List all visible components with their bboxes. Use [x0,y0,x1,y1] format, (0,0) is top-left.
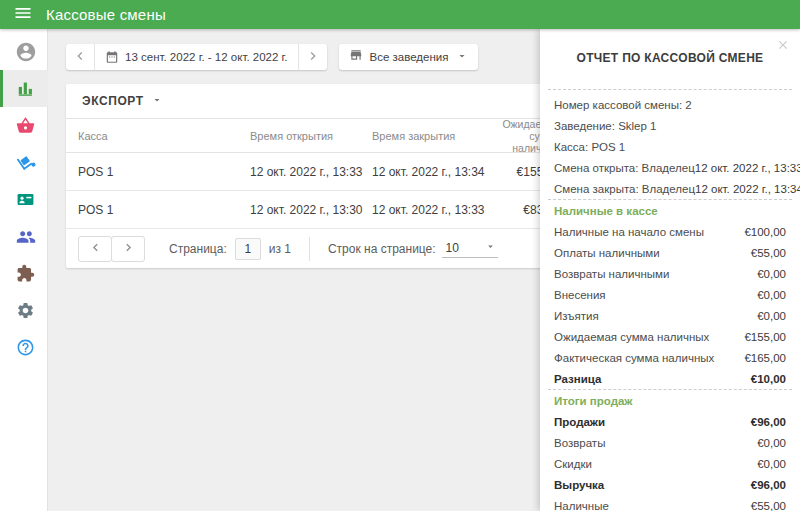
app-bar: Кассовые смены [0,0,800,29]
sidebar-item-inventory[interactable] [0,144,48,181]
report-section-cash: Наличные в кассе Наличные на начало смен… [554,200,786,389]
cell-close-time: 12 окт. 2022 г., 13:33 [372,203,494,217]
dashed-divider [548,89,792,90]
report-row-label: Возвраты [554,437,605,449]
report-row: Наличные на начало смены €100,00 [554,221,786,242]
chevron-right-icon [121,240,136,258]
rows-per-page-label: Строк на странице: [328,242,436,256]
report-row-value: €0,00 [757,268,786,280]
help-icon [16,338,35,357]
report-row-value: €96,00 [751,416,786,428]
table-row[interactable]: POS 1 12 окт. 2022 г., 13:30 12 окт. 202… [66,191,578,229]
report-info-row: Номер кассовой смены: 2 [554,94,786,115]
chevron-right-icon [305,48,321,67]
rows-per-page-value: 10 [446,241,459,255]
report-row: Изъятия €0,00 [554,305,786,326]
report-row-value: €10,00 [751,373,786,385]
page-number-input[interactable] [235,238,261,260]
hand-truck-icon [16,153,36,173]
report-row-value: €0,00 [757,310,786,322]
report-row-label: Оплаты наличными [554,247,660,259]
rows-per-page-select[interactable]: 10 [442,239,498,258]
next-period-button[interactable] [299,44,327,70]
sidebar [0,29,48,511]
sidebar-item-integrations[interactable] [0,255,48,292]
previous-period-button[interactable] [66,44,94,70]
report-row: Фактическая сумма наличных €165,00 [554,347,786,368]
report-title: ОТЧЕТ ПО КАССОВОЙ СМЕНЕ [554,51,786,65]
bar-chart-icon [16,79,35,98]
filters-toolbar: 13 сент. 2022 г. - 12 окт. 2022 г. Все з… [66,44,478,70]
page-title: Кассовые смены [46,6,166,23]
date-range-picker[interactable]: 13 сент. 2022 г. - 12 окт. 2022 г. [66,44,327,70]
report-row: Скидки €0,00 [554,453,786,474]
cell-open-time: 12 окт. 2022 г., 13:33 [250,165,372,179]
report-row-value: €0,00 [757,289,786,301]
report-row: Наличные €55,00 [554,495,786,511]
export-button[interactable]: ЭКСПОРТ [82,94,163,109]
puzzle-icon [16,264,35,283]
report-row-label: Продажи [554,416,605,428]
report-row: Выручка €96,00 [554,474,786,495]
report-info-row: Смена закрыта: Владелец 12 окт. 2022 г.,… [554,178,786,199]
venue-filter-dropdown[interactable]: Все заведения [339,44,479,70]
chevron-left-icon [72,48,88,67]
report-row-label: Внесения [554,289,606,301]
next-page-button[interactable] [111,236,145,262]
report-row-label: Наличные [554,500,609,511]
basket-icon [16,116,35,135]
sidebar-item-employees[interactable] [0,218,48,255]
gear-icon [16,301,35,320]
report-row: Разница €10,00 [554,368,786,389]
sidebar-item-settings[interactable] [0,292,48,329]
people-icon [16,227,36,247]
account-circle-icon [15,41,37,63]
shifts-table-card: ЭКСПОРТ Касса Время открытия Время закры… [66,84,578,268]
app-window: Кассовые смены [0,0,800,511]
cell-cash-register: POS 1 [66,203,250,217]
table-row[interactable]: POS 1 12 окт. 2022 г., 13:33 12 окт. 202… [66,153,578,191]
caret-down-icon [456,48,468,66]
page-label: Страница: [169,242,227,256]
report-info-row: Заведение: Sklep 1 [554,115,786,136]
date-range-value: 13 сент. 2022 г. - 12 окт. 2022 г. [119,51,298,63]
sidebar-item-customer-cards[interactable] [0,181,48,218]
report-row-label: Выручка [554,479,604,491]
sidebar-item-account[interactable] [0,33,48,70]
caret-down-icon [144,94,163,109]
hamburger-menu-button[interactable] [0,0,46,29]
report-row-value: €96,00 [751,479,786,491]
divider [309,237,310,261]
info-value: 12 окт. 2022 г., 13:34 [695,183,800,195]
previous-page-button[interactable] [78,236,112,262]
close-panel-button[interactable] [774,37,792,55]
info-label: Смена открыта: Владелец [554,162,695,174]
section-heading: Итоги продаж [554,390,786,411]
export-button-label: ЭКСПОРТ [82,94,144,108]
report-section-sales: Итоги продаж Продажи €96,00 Возвраты €0,… [554,390,786,511]
sidebar-item-help[interactable] [0,329,48,366]
section-heading: Наличные в кассе [554,200,786,221]
export-row: ЭКСПОРТ [66,84,578,118]
report-row: Возвраты €0,00 [554,432,786,453]
info-label: Номер кассовой смены: 2 [554,99,692,111]
report-info-block: Номер кассовой смены: 2 Заведение: Sklep… [554,94,786,199]
sidebar-item-reports[interactable] [0,70,48,107]
report-row: Ожидаемая сумма наличных €155,00 [554,326,786,347]
report-row-label: Разница [554,373,601,385]
report-row-label: Изъятия [554,310,599,322]
venue-filter-value: Все заведения [363,51,457,63]
report-row-label: Фактическая сумма наличных [554,352,714,364]
column-header-cash-register: Касса [66,130,250,142]
calendar-icon [95,50,119,64]
info-label: Касса: POS 1 [554,141,625,153]
sidebar-item-sales[interactable] [0,107,48,144]
report-row-value: €155,00 [744,331,786,343]
report-row-label: Скидки [554,458,592,470]
report-row: Продажи €96,00 [554,411,786,432]
report-row-value: €55,00 [751,500,786,511]
report-row-label: Ожидаемая сумма наличных [554,331,709,343]
hamburger-icon [13,3,33,26]
shift-report-panel: ОТЧЕТ ПО КАССОВОЙ СМЕНЕ Номер кассовой с… [540,29,800,511]
report-info-row: Касса: POS 1 [554,136,786,157]
